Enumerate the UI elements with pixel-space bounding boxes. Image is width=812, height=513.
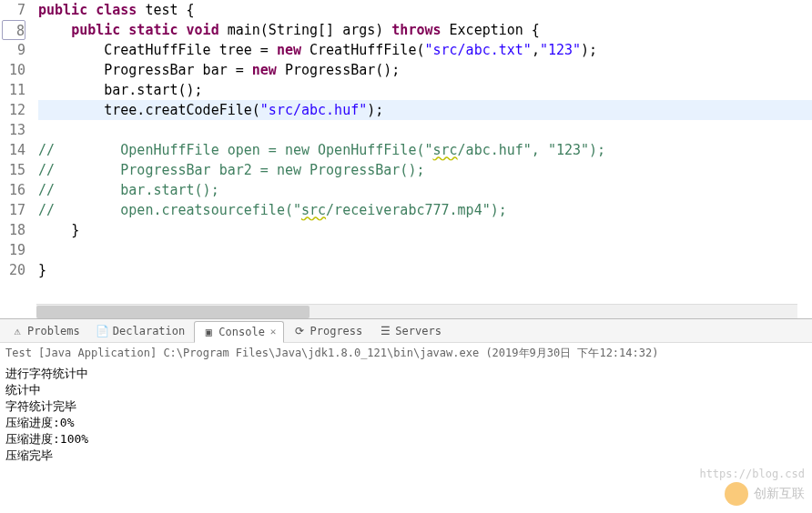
horizontal-scrollbar[interactable] bbox=[36, 304, 797, 318]
console-line: 统计中 bbox=[5, 382, 807, 398]
code-line[interactable]: // bar.start(); bbox=[38, 180, 812, 200]
problems-icon: ⚠ bbox=[11, 325, 24, 337]
tab-label: Servers bbox=[395, 325, 442, 337]
console-line: 压缩进度:0% bbox=[5, 415, 807, 431]
code-line[interactable]: ProgressBar bar = new ProgressBar(); bbox=[38, 60, 812, 80]
line-number: 18 bbox=[0, 220, 25, 240]
line-number: 11 bbox=[0, 80, 25, 100]
code-editor[interactable]: 7891011121314151617181920 public class t… bbox=[0, 0, 812, 318]
line-number: 16 bbox=[0, 180, 25, 200]
code-line[interactable]: } bbox=[38, 260, 812, 280]
console-output[interactable]: 进行字符统计中统计中字符统计完毕压缩进度:0%压缩进度:100%压缩完毕 bbox=[0, 364, 812, 466]
console-process-label: Test [Java Application] C:\Program Files… bbox=[0, 343, 812, 364]
line-number: 15 bbox=[0, 160, 25, 180]
servers-icon: ☰ bbox=[379, 325, 391, 337]
console-line: 压缩进度:100% bbox=[5, 431, 807, 448]
line-number: 9 bbox=[0, 40, 25, 60]
progress-icon: ⟳ bbox=[293, 325, 306, 337]
line-number: 10 bbox=[0, 60, 25, 80]
tab-label: Console bbox=[218, 326, 265, 338]
tab-problems[interactable]: ⚠Problems bbox=[4, 320, 87, 342]
code-line[interactable] bbox=[38, 120, 812, 140]
console-line: 压缩完毕 bbox=[5, 448, 807, 464]
code-line[interactable]: CreatHuffFile tree = new CreatHuffFile("… bbox=[38, 40, 812, 60]
line-number: 17 bbox=[0, 200, 25, 220]
code-content[interactable]: public class test { public static void m… bbox=[31, 0, 812, 280]
tab-servers[interactable]: ☰Servers bbox=[371, 320, 449, 342]
console-line: 进行字符统计中 bbox=[5, 366, 807, 382]
tab-label: Problems bbox=[27, 325, 80, 337]
code-line[interactable]: // open.creatsourcefile("src/receiverabc… bbox=[38, 200, 812, 220]
code-line[interactable]: tree.creatCodeFile("src/abc.huf"); bbox=[38, 100, 812, 120]
line-number: 13 bbox=[0, 120, 25, 140]
line-number: 20 bbox=[0, 260, 25, 280]
code-line[interactable]: // ProgressBar bar2 = new ProgressBar(); bbox=[38, 160, 812, 180]
tab-declaration[interactable]: 📄Declaration bbox=[89, 320, 192, 342]
line-number: 19 bbox=[0, 240, 25, 260]
watermark: 创新互联 bbox=[725, 482, 805, 506]
console-icon: ▣ bbox=[202, 326, 215, 338]
code-line[interactable] bbox=[38, 240, 812, 260]
tab-label: Progress bbox=[310, 325, 362, 337]
tab-console[interactable]: ▣Console✕ bbox=[194, 321, 284, 343]
panel-tabs: ⚠Problems📄Declaration▣Console✕⟳Progress☰… bbox=[0, 319, 812, 343]
line-number: 7 bbox=[0, 0, 25, 20]
watermark-text: 创新互联 bbox=[754, 486, 805, 502]
code-line[interactable]: bar.start(); bbox=[38, 80, 812, 100]
code-line[interactable]: public class test { bbox=[38, 0, 812, 20]
watermark-url: https://blog.csd bbox=[699, 468, 805, 480]
watermark-logo-icon bbox=[725, 482, 748, 506]
close-icon[interactable]: ✕ bbox=[270, 326, 277, 337]
bottom-panel: ⚠Problems📄Declaration▣Console✕⟳Progress☰… bbox=[0, 318, 812, 466]
code-line[interactable]: // OpenHuffFile open = new OpenHuffFile(… bbox=[38, 140, 812, 160]
tab-progress[interactable]: ⟳Progress bbox=[286, 320, 370, 342]
declaration-icon: 📄 bbox=[96, 325, 109, 337]
line-number: 14 bbox=[0, 140, 25, 160]
code-line[interactable]: } bbox=[38, 220, 812, 240]
console-line: 字符统计完毕 bbox=[5, 398, 807, 415]
tab-label: Declaration bbox=[113, 325, 185, 337]
line-number: 8 bbox=[2, 20, 25, 40]
code-line[interactable]: public static void main(String[] args) t… bbox=[38, 20, 812, 40]
scrollbar-thumb[interactable] bbox=[36, 306, 310, 318]
line-number-gutter: 7891011121314151617181920 bbox=[0, 0, 31, 280]
line-number: 12 bbox=[0, 100, 25, 120]
